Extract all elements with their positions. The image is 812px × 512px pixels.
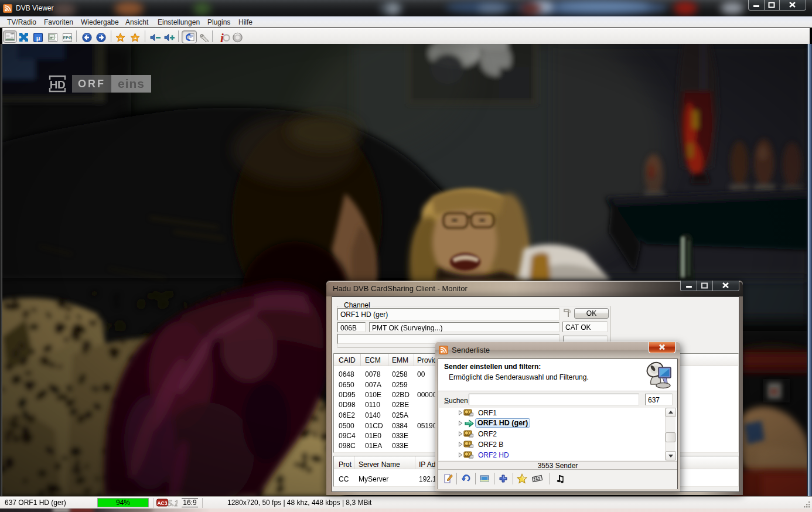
- svg-text:μ: μ: [36, 35, 40, 42]
- svg-text:HD: HD: [50, 78, 65, 91]
- svg-text:EPG: EPG: [63, 36, 72, 40]
- svg-text:i: i: [220, 32, 224, 43]
- svg-text:AC3: AC3: [157, 500, 167, 506]
- svg-text:5.1: 5.1: [168, 499, 178, 508]
